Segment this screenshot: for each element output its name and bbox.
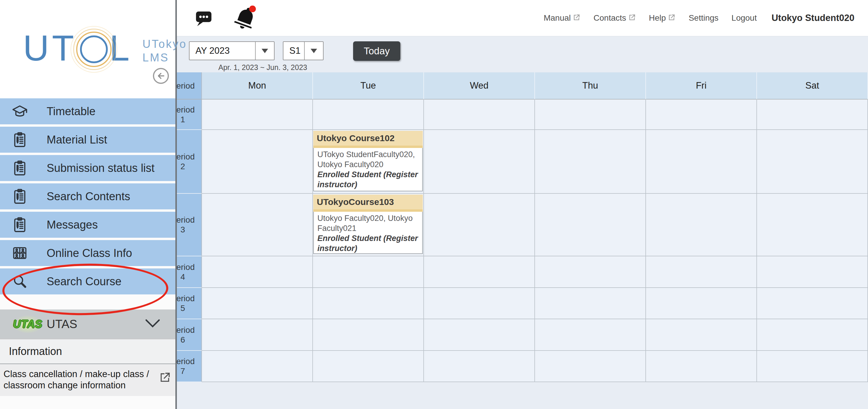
external-link-icon: [573, 13, 581, 21]
today-button[interactable]: Today: [353, 41, 400, 61]
timetable-cell-sat-1: [757, 99, 868, 130]
timetable-cell-mon-3: [202, 194, 313, 256]
period-label-6: Period6: [177, 319, 202, 351]
logo-letters-ut: UT: [23, 26, 77, 70]
sidebar-item-messages[interactable]: Messages: [0, 212, 175, 238]
nav-help[interactable]: Help: [649, 13, 676, 23]
sidebar-item-submission-status-list[interactable]: Submission status list: [0, 155, 175, 181]
timetable-cell-thu-7: [535, 351, 646, 382]
nav-settings[interactable]: Settings: [688, 13, 718, 23]
timetable-cell-mon-1: [202, 99, 313, 130]
sidebar-item-search-course[interactable]: Search Course: [0, 269, 175, 294]
timetable-cell-fri-5: [646, 288, 757, 319]
utol-logo: UT L UTokyo LMS: [23, 26, 187, 70]
sidebar-item-timetable[interactable]: Timetable: [0, 98, 175, 124]
chevron-down-icon[interactable]: [144, 318, 161, 331]
timetable-cell-thu-3: [535, 194, 646, 256]
course-members: UTokyo StudentFaculty020, Utokyo Faculty…: [317, 150, 415, 169]
sidebar-item-search-contents[interactable]: Search Contents: [0, 183, 175, 209]
sidebar-item-information[interactable]: Information: [0, 339, 175, 364]
day-header-wed: Wed: [424, 72, 535, 99]
timetable-cell-tue-2: Utokyo Course102UTokyo StudentFaculty020…: [313, 130, 424, 194]
timetable-cell-tue-7: [313, 351, 424, 382]
sidebar-item-label: Search Contents: [46, 190, 130, 203]
timetable-cell-fri-2: [646, 130, 757, 194]
username: Utokyo Student020: [771, 13, 855, 23]
timetable-cell-fri-7: [646, 351, 757, 382]
timetable-cell-thu-2: [535, 130, 646, 194]
timetable-cell-sat-4: [757, 256, 868, 288]
online-class-icon: [11, 245, 28, 262]
timetable-cell-sat-2: [757, 130, 868, 194]
nav-contacts[interactable]: Contacts: [593, 13, 636, 23]
timetable-cell-tue-1: [313, 99, 424, 130]
timetable-cell-mon-7: [202, 351, 313, 382]
term-value: S1: [283, 45, 304, 56]
course-members: Utokyo Faculty020, Utokyo Faculty021: [317, 214, 413, 233]
sidebar-item-online-class-info[interactable]: Online Class Info: [0, 240, 175, 266]
date-range-label: Apr. 1, 2023 ~ Jun. 3, 2023: [198, 63, 328, 72]
course-card-utokyo-course102[interactable]: Utokyo Course102UTokyo StudentFaculty020…: [313, 131, 423, 191]
period-label-5: Period5: [177, 288, 202, 319]
course-role: Enrolled Student (Register instructor): [317, 169, 420, 190]
day-header-thu: Thu: [535, 72, 646, 99]
timetable-cell-thu-6: [535, 319, 646, 351]
term-select[interactable]: S1: [283, 41, 323, 60]
period-label-3: Period3: [177, 194, 202, 256]
collapse-sidebar-button[interactable]: [153, 68, 169, 84]
course-role: Enrolled Student (Register instructor): [317, 233, 420, 253]
nav-logout[interactable]: Logout: [732, 13, 757, 23]
timetable-cell-fri-4: [646, 256, 757, 288]
timetable-cell-tue-5: [313, 288, 424, 319]
timetable-cell-mon-5: [202, 288, 313, 319]
timetable-grid: PeriodMonTueWedThuFriSatPeriod1Period2Ut…: [177, 72, 868, 382]
sidebar-item-label: Online Class Info: [46, 247, 132, 259]
term-caret[interactable]: [304, 42, 323, 60]
day-header-sat: Sat: [757, 72, 868, 99]
graduation-cap-icon: [11, 103, 28, 120]
external-link-icon: [159, 371, 171, 386]
timetable-cell-tue-4: [313, 256, 424, 288]
timetable-cell-wed-7: [424, 351, 535, 382]
nav-manual[interactable]: Manual: [544, 13, 581, 23]
timetable-cell-sat-7: [757, 351, 868, 382]
bell-icon[interactable]: [232, 5, 258, 31]
sidebar-item-utas[interactable]: UTAS UTAS: [0, 310, 175, 339]
utas-label: UTAS: [46, 317, 78, 331]
timetable-cell-fri-6: [646, 319, 757, 351]
caret-down-icon: [261, 49, 268, 53]
academic-year-select[interactable]: AY 2023: [189, 41, 275, 60]
utas-logo-icon: UTAS: [13, 315, 42, 334]
timetable-cell-wed-1: [424, 99, 535, 130]
period-label-4: Period4: [177, 256, 202, 288]
notification-dot: [249, 6, 256, 12]
timetable-cell-fri-1: [646, 99, 757, 130]
sidebar-item-label: Timetable: [46, 105, 95, 118]
timetable-cell-wed-6: [424, 319, 535, 351]
clipboard-icon: [11, 188, 28, 205]
academic-year-caret[interactable]: [255, 42, 274, 60]
timetable-cell-sat-6: [757, 319, 868, 351]
information-label: Information: [9, 345, 62, 357]
sidebar-item-material-list[interactable]: Material List: [0, 127, 175, 153]
timetable-cell-fri-3: [646, 194, 757, 256]
timetable-cell-sat-3: [757, 194, 868, 256]
period-label-2: Period2: [177, 130, 202, 194]
timetable-cell-thu-1: [535, 99, 646, 130]
clipboard-icon: [11, 159, 28, 177]
topbar-icons: [192, 0, 258, 36]
timetable-cell-wed-4: [424, 256, 535, 288]
timetable-cell-mon-2: [202, 130, 313, 194]
external-link-icon: [628, 13, 636, 21]
timetable-cell-wed-5: [424, 288, 535, 319]
logo-subtitle: UTokyo LMS: [143, 37, 187, 64]
course-card-utokyocourse103[interactable]: UTokyoCourse103Utokyo Faculty020, Utokyo…: [313, 195, 423, 254]
chat-icon[interactable]: [192, 8, 215, 28]
sidebar-item-class-cancellation[interactable]: Class cancellation / make-up class / cla…: [0, 364, 175, 396]
day-header-tue: Tue: [313, 72, 424, 99]
day-header-mon: Mon: [202, 72, 313, 99]
sidebar-item-label: Material List: [46, 133, 107, 146]
class-cancellation-label: Class cancellation / make-up class / cla…: [4, 369, 149, 390]
sidebar: UT L UTokyo LMS TimetableMaterial ListSu…: [0, 0, 177, 409]
timetable-cell-mon-6: [202, 319, 313, 351]
